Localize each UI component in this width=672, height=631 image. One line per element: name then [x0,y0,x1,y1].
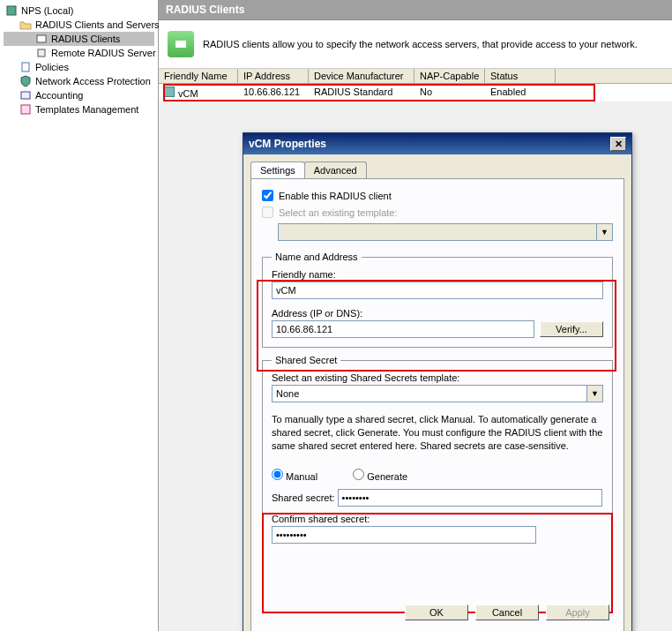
tree-label: RADIUS Clients and Servers [35,19,160,30]
enable-client-label: Enable this RADIUS client [279,191,392,201]
dialog-titlebar[interactable]: vCM Properties ✕ [243,133,631,154]
select-template-label: Select an existing template: [279,207,398,218]
shared-secret-legend: Shared Secret [272,355,340,365]
tree-item-templates[interactable]: Templates Management [4,102,154,116]
generate-radio[interactable] [353,469,364,480]
shared-secret-help: To manually type a shared secret, click … [272,413,603,453]
shared-secret-fieldset: Shared Secret Select an existing Shared … [262,355,613,547]
ok-button[interactable]: OK [405,605,468,620]
tree-label: Policies [35,62,69,72]
tree-item-remote-radius[interactable]: Remote RADIUS Server G [4,46,154,60]
name-address-fieldset: Name and Address Friendly name: Address … [262,252,613,348]
svg-rect-5 [21,105,30,114]
th-status[interactable]: Status [485,69,556,83]
friendly-name-label: Friendly name: [272,269,336,280]
table-header: Friendly Name IP Address Device Manufact… [159,69,672,84]
close-button[interactable]: ✕ [610,137,626,151]
close-icon: ✕ [615,139,623,150]
confirm-secret-label: Confirm shared secret: [272,514,370,524]
td-ip: 10.66.86.121 [238,85,309,101]
verify-button[interactable]: Verify... [540,321,603,337]
shield-icon [19,75,32,87]
svg-rect-3 [22,63,29,71]
panel-title: RADIUS Clients [166,4,244,16]
svg-rect-0 [7,6,16,15]
tree-root-label: NPS (Local) [21,5,73,16]
svg-rect-4 [21,92,30,99]
shared-template-dropdown-button[interactable]: ▼ [587,385,603,402]
template-select [278,223,597,241]
th-manufacturer[interactable]: Device Manufacturer [309,69,414,83]
properties-dialog: vCM Properties ✕ Settings Advanced Enabl… [243,132,632,631]
shared-template-label: Select an existing Shared Secrets templa… [272,372,459,383]
secret-label: Shared secret: [272,492,335,503]
confirm-secret-input[interactable] [272,526,536,544]
accounting-icon [19,89,32,101]
svg-rect-6 [175,41,186,48]
tree-label: Templates Management [35,104,138,115]
address-label: Address (IP or DNS): [272,308,362,319]
apply-button: Apply [546,605,609,620]
tab-strip: Settings Advanced [243,154,631,178]
shared-template-select[interactable] [272,385,587,402]
svg-rect-1 [37,35,46,42]
th-ip-address[interactable]: IP Address [238,69,309,83]
cancel-button[interactable]: Cancel [475,605,539,620]
client-row-icon [164,86,175,97]
table-row[interactable]: vCM 10.66.86.121 RADIUS Standard No Enab… [159,84,672,101]
th-friendly-name[interactable]: Friendly Name [159,69,238,83]
tree-folder-radius[interactable]: RADIUS Clients and Servers [4,18,154,32]
tab-body-settings: Enable this RADIUS client Select an exis… [250,178,624,631]
tree-label: RADIUS Clients [51,34,120,44]
tree-item-radius-clients[interactable]: RADIUS Clients [4,32,154,46]
folder-icon [19,19,32,31]
tree-label: Accounting [35,90,83,101]
shared-secret-input[interactable] [338,489,602,507]
tree-item-nap[interactable]: Network Access Protection [4,74,154,88]
tree-item-accounting[interactable]: Accounting [4,88,154,102]
panel-header: RADIUS Clients [159,0,672,20]
tab-advanced[interactable]: Advanced [304,162,367,178]
template-dropdown-button: ▼ [597,223,613,241]
policies-icon [19,61,32,73]
enable-client-checkbox[interactable] [262,190,273,201]
manual-radio[interactable] [272,469,283,480]
info-text: RADIUS clients allow you to specify the … [203,39,638,49]
generate-radio-label[interactable]: Generate [353,469,407,482]
server-icon [5,4,18,17]
clients-icon [35,33,48,45]
dialog-title: vCM Properties [249,138,326,150]
tree-label: Network Access Protection [35,76,151,86]
manual-radio-label[interactable]: Manual [272,469,317,482]
server-group-icon [35,47,48,59]
friendly-name-input[interactable] [272,282,603,299]
select-template-checkbox [262,207,273,218]
th-nap-capable[interactable]: NAP-Capable [414,69,485,83]
td-nap: No [414,85,485,101]
name-address-legend: Name and Address [272,252,362,262]
radius-client-icon [168,31,194,57]
info-strip: RADIUS clients allow you to specify the … [159,20,672,69]
nav-tree: NPS (Local) RADIUS Clients and Servers R… [0,0,159,631]
svg-rect-2 [38,49,45,56]
td-mfr: RADIUS Standard [309,85,414,101]
address-input[interactable] [272,320,534,338]
tab-settings[interactable]: Settings [250,162,305,178]
td-friendly-name: vCM [159,85,238,101]
td-stat: Enabled [485,85,556,101]
tree-label: Remote RADIUS Server G [51,48,166,58]
tree-item-policies[interactable]: Policies [4,60,154,74]
tree-root[interactable]: NPS (Local) [4,4,154,18]
templates-icon [19,103,32,116]
